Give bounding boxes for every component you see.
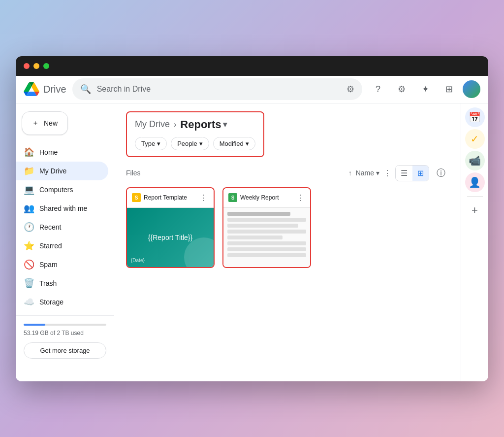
sheets-icon: S: [228, 193, 237, 202]
sheet-row-6: [227, 241, 306, 245]
top-nav: Drive 🔍 Search in Drive ⚙ ? ⚙ ✦ ⊞: [16, 76, 488, 103]
sheet-row-1: [227, 212, 290, 216]
list-view-button[interactable]: ☰: [396, 166, 412, 181]
sidebar-label-starred: Starred: [39, 242, 62, 250]
home-icon: 🏠: [24, 147, 33, 158]
view-toggle: ☰ ⊞: [395, 165, 429, 181]
filter-row: Type ▾ People ▾ Modified ▾: [135, 137, 255, 150]
info-button[interactable]: ⓘ: [433, 165, 449, 181]
sidebar-item-shared[interactable]: 👥 Shared with me: [16, 199, 108, 218]
maximize-button[interactable]: [43, 63, 49, 69]
help-icon[interactable]: ?: [368, 79, 388, 99]
sheet-row-5: [227, 235, 283, 239]
storage-icon: ☁️: [24, 297, 33, 307]
sidebar-label-recent: Recent: [39, 223, 61, 231]
people-filter-chevron: ▾: [199, 140, 203, 147]
file-name-report-template: Report Template: [144, 194, 187, 201]
sidebar-item-home[interactable]: 🏠 Home: [16, 143, 108, 162]
breadcrumb-my-drive[interactable]: My Drive: [135, 119, 170, 130]
sheet-row-2: [227, 218, 306, 222]
sidebar-item-computers[interactable]: 💻 Computers: [16, 180, 108, 199]
file-card-header-weekly-report: S Weekly Report ⋮: [223, 188, 310, 208]
modified-filter-label: Modified: [220, 140, 244, 147]
drive-logo: Drive: [24, 82, 66, 96]
search-bar[interactable]: 🔍 Search in Drive ⚙: [72, 78, 362, 100]
files-header: Files ↑ Name ▾ ⋮ ☰ ⊞ ⓘ: [126, 165, 449, 181]
google-contacts-icon[interactable]: 👤: [465, 172, 485, 192]
type-filter-chevron: ▾: [157, 140, 160, 147]
breadcrumb: My Drive › Reports ▾: [135, 118, 255, 131]
people-filter-label: People: [177, 140, 197, 147]
sort-name-button[interactable]: Name ▾: [356, 169, 379, 177]
sidebar-item-spam[interactable]: 🚫 Spam: [16, 255, 108, 274]
file-card-report-template[interactable]: S Report Template ⋮ {{Report Title}} {Da…: [126, 187, 215, 268]
sidebar-item-my-drive[interactable]: 📁 My Drive: [16, 162, 108, 180]
sidebar-item-starred[interactable]: ⭐ Starred: [16, 236, 108, 255]
breadcrumb-reports[interactable]: Reports ▾: [180, 118, 227, 131]
sheet-row-3: [227, 224, 298, 228]
close-button[interactable]: [24, 63, 30, 69]
sort-more-icon[interactable]: ⋮: [383, 168, 391, 178]
titlebar: [16, 56, 488, 76]
thumbnail-title: {{Report Title}}: [148, 234, 192, 241]
file-menu-report-template[interactable]: ⋮: [199, 192, 209, 203]
new-button-label: New: [44, 119, 58, 127]
sort-direction-button[interactable]: ↑: [348, 169, 352, 177]
nav-right: ? ⚙ ✦ ⊞: [368, 79, 480, 99]
settings-icon[interactable]: ⚙: [392, 79, 411, 99]
file-grid: S Report Template ⋮ {{Report Title}} {Da…: [126, 187, 449, 268]
sort-name-label: Name: [356, 169, 374, 177]
spam-icon: 🚫: [24, 259, 33, 270]
right-panel-divider: [467, 196, 483, 197]
thumbnail-date: {Date}: [131, 258, 145, 263]
sheet-row-8: [227, 253, 306, 257]
file-name-weekly-report: Weekly Report: [240, 194, 279, 201]
traffic-lights: [24, 63, 49, 69]
trash-icon: 🗑️: [24, 278, 33, 289]
storage-bar-fill: [24, 324, 45, 326]
mydrive-icon: 📁: [24, 166, 33, 176]
sidebar-label-trash: Trash: [39, 279, 57, 287]
user-avatar[interactable]: [463, 80, 480, 98]
ai-icon[interactable]: ✦: [415, 79, 435, 99]
file-name-row: S Report Template: [132, 193, 187, 202]
starred-icon: ⭐: [24, 240, 33, 251]
apps-icon[interactable]: ⊞: [439, 79, 459, 99]
body-area: ＋ New 🏠 Home 📁 My Drive 💻 Computers 👥: [16, 103, 488, 381]
storage-section: 53.19 GB of 2 TB used Get more storage: [16, 315, 114, 363]
minimize-button[interactable]: [33, 63, 39, 69]
sidebar-item-storage[interactable]: ☁️ Storage: [16, 293, 108, 311]
storage-bar: [24, 324, 106, 326]
google-calendar-icon[interactable]: 📅: [465, 107, 485, 127]
files-section-label: Files: [126, 169, 141, 177]
plus-icon: ＋: [32, 119, 39, 128]
google-tasks-icon[interactable]: ✓: [465, 129, 485, 149]
file-card-weekly-report[interactable]: S Weekly Report ⋮: [222, 187, 311, 268]
files-sort: ↑ Name ▾ ⋮ ☰ ⊞ ⓘ: [348, 165, 449, 181]
sidebar-label-storage: Storage: [39, 298, 63, 306]
modified-filter[interactable]: Modified ▾: [213, 137, 255, 150]
storage-text: 53.19 GB of 2 TB used: [24, 330, 106, 336]
search-tune-icon[interactable]: ⚙: [346, 84, 354, 95]
file-menu-weekly-report[interactable]: ⋮: [295, 192, 305, 203]
thumbnail-circle: [184, 237, 215, 268]
grid-view-button[interactable]: ⊞: [412, 166, 429, 181]
search-input[interactable]: Search in Drive: [97, 85, 341, 94]
sidebar: ＋ New 🏠 Home 📁 My Drive 💻 Computers 👥: [16, 103, 114, 381]
shared-icon: 👥: [24, 203, 33, 214]
type-filter-label: Type: [141, 140, 155, 147]
sidebar-label-computers: Computers: [39, 186, 73, 194]
sidebar-item-trash[interactable]: 🗑️ Trash: [16, 274, 108, 293]
new-button[interactable]: ＋ New: [22, 111, 68, 135]
google-meet-icon[interactable]: 📹: [465, 151, 485, 170]
main-content: My Drive › Reports ▾ Type ▾ Pe: [114, 103, 461, 381]
sheet-row-4: [227, 230, 306, 234]
type-filter[interactable]: Type ▾: [135, 137, 167, 150]
sidebar-label-my-drive: My Drive: [39, 167, 66, 175]
sidebar-item-recent[interactable]: 🕐 Recent: [16, 218, 108, 236]
sidebar-label-home: Home: [39, 148, 58, 156]
people-filter[interactable]: People ▾: [171, 137, 209, 150]
thumbnail-weekly-report: [223, 208, 310, 267]
right-panel-add-button[interactable]: +: [465, 201, 485, 220]
get-storage-button[interactable]: Get more storage: [24, 342, 106, 359]
